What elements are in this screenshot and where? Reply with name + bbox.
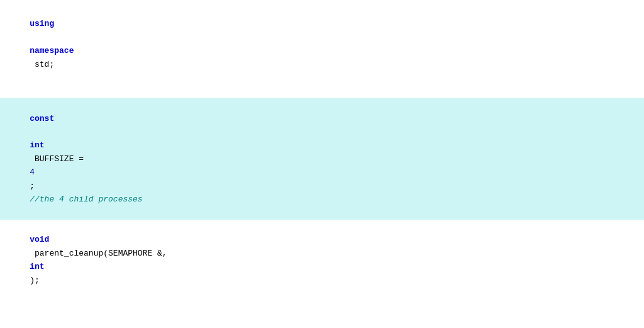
keyword-using: using (30, 19, 54, 28)
number-4: 4 (30, 167, 35, 177)
code-line-3: const int BUFFSIZE = 4 ; //the 4 child p… (0, 98, 644, 220)
code-line-blank-3 (0, 314, 644, 327)
keyword-namespace: namespace (30, 46, 74, 55)
code-editor[interactable]: using namespace std; const int BUFFSIZE … (0, 0, 644, 328)
comment-child-processes: //the 4 child processes (30, 195, 142, 204)
keyword-const: const (30, 114, 54, 123)
code-line-blank-2 (0, 301, 644, 314)
code-line-1: using namespace std; (0, 4, 644, 85)
keyword-int: int (30, 140, 44, 150)
keyword-int2: int (30, 262, 44, 271)
keyword-void: void (30, 235, 49, 244)
code-line-blank-1 (0, 85, 644, 98)
code-line-4: void parent_cleanup(SEMAPHORE &, int ); (0, 220, 644, 301)
